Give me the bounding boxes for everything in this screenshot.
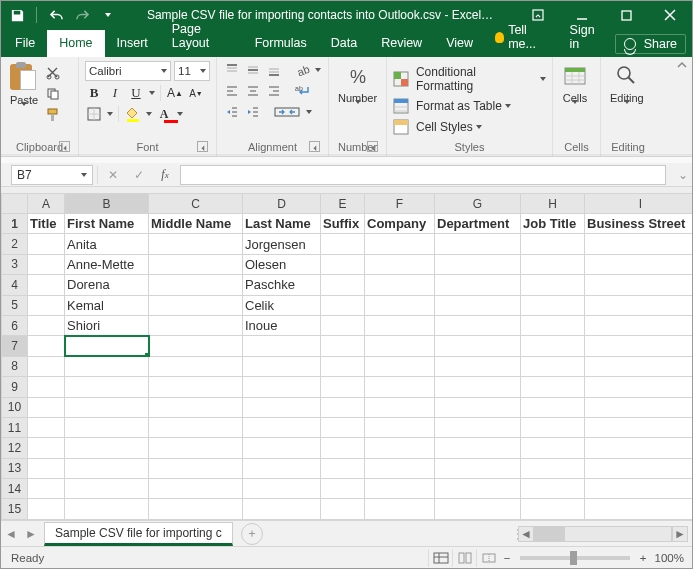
format-painter-button[interactable] bbox=[43, 105, 61, 123]
format-as-table-button[interactable]: Format as Table bbox=[393, 98, 512, 114]
cut-button[interactable] bbox=[43, 63, 61, 81]
active-cell[interactable] bbox=[65, 336, 149, 356]
col-header-b[interactable]: B bbox=[65, 194, 149, 214]
conditional-formatting-button[interactable]: Conditional Formatting bbox=[393, 65, 546, 93]
sheet-tab-active[interactable]: Sample CSV file for importing c bbox=[44, 522, 233, 546]
align-middle-button[interactable] bbox=[244, 61, 262, 79]
font-launcher[interactable] bbox=[197, 141, 208, 152]
merge-dropdown[interactable] bbox=[305, 110, 312, 114]
tab-review[interactable]: Review bbox=[369, 30, 434, 57]
insert-function-button[interactable]: fx bbox=[154, 166, 176, 184]
qat-customize-button[interactable] bbox=[98, 5, 118, 25]
number-format-button[interactable]: % Number bbox=[335, 61, 380, 118]
copy-button[interactable] bbox=[43, 84, 61, 102]
orientation-dropdown[interactable] bbox=[314, 68, 321, 72]
view-normal-button[interactable] bbox=[428, 549, 452, 567]
row-header-11[interactable]: 11 bbox=[2, 417, 28, 437]
col-header-a[interactable]: A bbox=[28, 194, 65, 214]
new-sheet-button[interactable]: ＋ bbox=[241, 523, 263, 545]
row-header-14[interactable]: 14 bbox=[2, 479, 28, 499]
select-all-button[interactable] bbox=[2, 194, 28, 214]
view-page-layout-button[interactable] bbox=[452, 549, 476, 567]
borders-dropdown[interactable] bbox=[106, 112, 113, 116]
align-center-button[interactable] bbox=[244, 82, 262, 100]
fill-color-button[interactable] bbox=[124, 105, 142, 123]
row-header-3[interactable]: 3 bbox=[2, 254, 28, 274]
row-header-7[interactable]: 7 bbox=[2, 336, 28, 356]
tab-data[interactable]: Data bbox=[319, 30, 369, 57]
zoom-out-button[interactable]: − bbox=[500, 552, 514, 564]
borders-button[interactable] bbox=[85, 105, 103, 123]
tab-file[interactable]: File bbox=[1, 30, 47, 57]
font-color-dropdown[interactable] bbox=[176, 112, 183, 116]
paste-button[interactable]: Paste bbox=[7, 61, 41, 120]
alignment-launcher[interactable] bbox=[309, 141, 320, 152]
col-header-d[interactable]: D bbox=[243, 194, 321, 214]
increase-indent-button[interactable] bbox=[244, 103, 262, 121]
tab-view[interactable]: View bbox=[434, 30, 485, 57]
wrap-text-button[interactable]: ab bbox=[293, 82, 311, 100]
cells-menu-button[interactable]: Cells bbox=[559, 61, 591, 118]
align-bottom-button[interactable] bbox=[265, 61, 283, 79]
tab-home[interactable]: Home bbox=[47, 30, 104, 57]
tab-insert[interactable]: Insert bbox=[105, 30, 160, 57]
tab-page-layout[interactable]: Page Layout bbox=[160, 16, 243, 57]
row-header-4[interactable]: 4 bbox=[2, 275, 28, 295]
formula-input[interactable] bbox=[180, 165, 666, 185]
editing-menu-button[interactable]: Editing bbox=[607, 61, 647, 118]
row-header-15[interactable]: 15 bbox=[2, 499, 28, 520]
enter-edit-button[interactable]: ✓ bbox=[128, 166, 150, 184]
font-name-combo[interactable]: Calibri bbox=[85, 61, 171, 81]
sheet-nav-prev[interactable]: ◄ bbox=[1, 524, 21, 544]
fill-color-dropdown[interactable] bbox=[145, 112, 152, 116]
cancel-edit-button[interactable]: ✕ bbox=[102, 166, 124, 184]
share-button[interactable]: Share bbox=[615, 34, 686, 54]
redo-button[interactable] bbox=[72, 5, 92, 25]
expand-formula-bar-button[interactable]: ⌄ bbox=[674, 168, 692, 182]
view-page-break-button[interactable] bbox=[476, 549, 500, 567]
row-header-10[interactable]: 10 bbox=[2, 397, 28, 417]
align-right-button[interactable] bbox=[265, 82, 283, 100]
row-header-1[interactable]: 1 bbox=[2, 214, 28, 234]
zoom-in-button[interactable]: + bbox=[636, 552, 650, 564]
save-button[interactable] bbox=[7, 5, 27, 25]
worksheet-grid[interactable]: A B C D E F G H I 1 TitleFirst NameMiddl… bbox=[1, 193, 692, 520]
orientation-button[interactable]: ab bbox=[293, 61, 311, 79]
cell-styles-button[interactable]: Cell Styles bbox=[393, 119, 483, 135]
row-header-9[interactable]: 9 bbox=[2, 377, 28, 397]
close-button[interactable] bbox=[648, 1, 692, 29]
align-left-button[interactable] bbox=[223, 82, 241, 100]
tell-me-button[interactable]: Tell me... bbox=[485, 17, 560, 57]
bold-button[interactable]: B bbox=[85, 84, 103, 102]
col-header-h[interactable]: H bbox=[521, 194, 585, 214]
underline-button[interactable]: U bbox=[127, 84, 145, 102]
merge-center-button[interactable] bbox=[272, 103, 302, 121]
undo-button[interactable] bbox=[46, 5, 66, 25]
row-header-6[interactable]: 6 bbox=[2, 315, 28, 335]
italic-button[interactable]: I bbox=[106, 84, 124, 102]
col-header-e[interactable]: E bbox=[321, 194, 365, 214]
name-box[interactable]: B7 bbox=[11, 165, 93, 185]
collapse-ribbon-button[interactable] bbox=[674, 59, 690, 71]
sign-in-button[interactable]: Sign in bbox=[560, 17, 612, 57]
sheet-nav-next[interactable]: ► bbox=[21, 524, 41, 544]
number-launcher[interactable] bbox=[367, 141, 378, 152]
align-top-button[interactable] bbox=[223, 61, 241, 79]
col-header-c[interactable]: C bbox=[149, 194, 243, 214]
font-size-combo[interactable]: 11 bbox=[174, 61, 210, 81]
underline-dropdown[interactable] bbox=[148, 91, 155, 95]
increase-font-button[interactable]: A▲ bbox=[166, 84, 184, 102]
zoom-slider[interactable] bbox=[520, 556, 630, 560]
decrease-indent-button[interactable] bbox=[223, 103, 241, 121]
tab-formulas[interactable]: Formulas bbox=[243, 30, 319, 57]
clipboard-launcher[interactable] bbox=[59, 141, 70, 152]
row-header-12[interactable]: 12 bbox=[2, 438, 28, 458]
col-header-g[interactable]: G bbox=[435, 194, 521, 214]
zoom-level[interactable]: 100% bbox=[650, 552, 692, 564]
row-header-2[interactable]: 2 bbox=[2, 234, 28, 254]
col-header-i[interactable]: I bbox=[585, 194, 693, 214]
horizontal-scrollbar[interactable]: ◄► bbox=[518, 526, 688, 542]
decrease-font-button[interactable]: A▼ bbox=[187, 84, 205, 102]
row-header-13[interactable]: 13 bbox=[2, 458, 28, 478]
row-header-5[interactable]: 5 bbox=[2, 295, 28, 315]
